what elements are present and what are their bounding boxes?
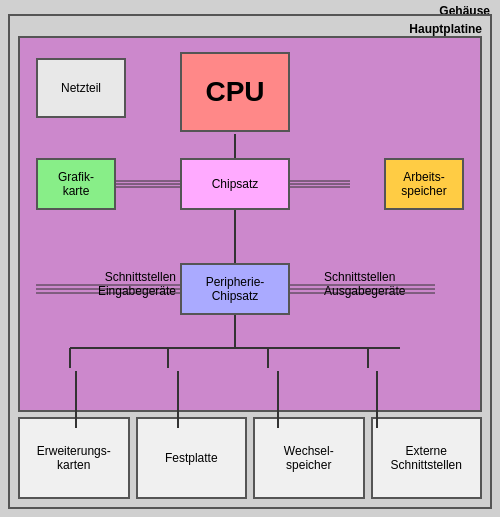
right-labels: Schnittstellen Ausgabegeräte (324, 270, 464, 298)
schnittstellen-right-label: Schnittstellen (324, 270, 464, 284)
chipsatz-box: Chipsatz (180, 158, 290, 210)
netzteil-label: Netzteil (61, 81, 101, 95)
arbeitsspeicher-box: Arbeits-speicher (384, 158, 464, 210)
bottom-boxes: Erweiterungs-karten Festplatte Wechsel-s… (18, 417, 482, 499)
schnittstellen-left-label: Schnittstellen (36, 270, 176, 284)
hauptplatine-label: Hauptplatine (409, 22, 482, 36)
externe-schnittstellen-label: ExterneSchnittstellen (391, 444, 462, 472)
left-labels: Schnittstellen Eingabegeräte (36, 270, 176, 298)
eingabegerate-label: Eingabegeräte (36, 284, 176, 298)
erweiterungskarten-label: Erweiterungs-karten (37, 444, 111, 472)
wechselspeicher-label: Wechsel-speicher (284, 444, 334, 472)
netzteil-box: Netzteil (36, 58, 126, 118)
erweiterungskarten-box: Erweiterungs-karten (18, 417, 130, 499)
grafikkarte-label: Grafik-karte (58, 170, 94, 198)
chipsatz-label: Chipsatz (212, 177, 259, 191)
festplatte-label: Festplatte (165, 451, 218, 465)
festplatte-box: Festplatte (136, 417, 248, 499)
externe-schnittstellen-box: ExterneSchnittstellen (371, 417, 483, 499)
arbeitsspeicher-label: Arbeits-speicher (401, 170, 446, 198)
peripherie-label: Peripherie-Chipsatz (206, 275, 265, 303)
cpu-label: CPU (205, 76, 264, 108)
peripherie-box: Peripherie-Chipsatz (180, 263, 290, 315)
grafikkarte-box: Grafik-karte (36, 158, 116, 210)
cpu-box: CPU (180, 52, 290, 132)
gehause: Hauptplatine (8, 14, 492, 509)
hauptplatine: Netzteil CPU Grafik-karte Arbeits-speich… (18, 36, 482, 412)
wechselspeicher-box: Wechsel-speicher (253, 417, 365, 499)
ausgabegerate-label: Ausgabegeräte (324, 284, 464, 298)
